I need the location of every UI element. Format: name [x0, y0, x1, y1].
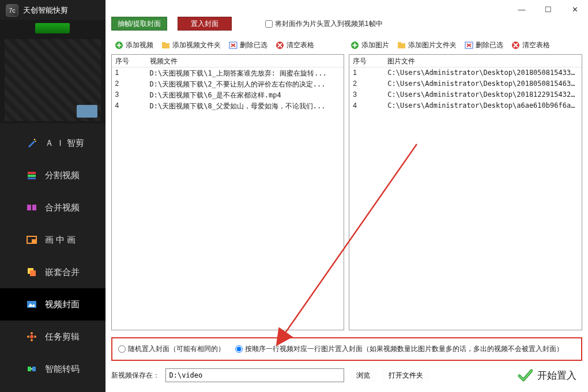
sidebar-item-label: 智能转码	[45, 364, 80, 375]
delete-selected-image-button[interactable]: 删除已选	[462, 39, 506, 51]
insert-first-frame-checkbox[interactable]: 将封面作为片头置入到视频第1帧中	[265, 19, 383, 29]
table-row[interactable]: 2C:\Users\Administrator\Desktop\20180508…	[349, 78, 582, 89]
svg-rect-22	[162, 42, 165, 44]
svg-point-15	[31, 339, 33, 341]
maximize-button[interactable]: ☐	[535, 0, 561, 18]
bottom-row: 新视频保存在： 浏览 打开文件夹 开始置入	[111, 367, 583, 392]
sidebar-preview	[0, 20, 105, 123]
sidebar-item-transcode[interactable]: 智能转码	[0, 353, 105, 385]
sequential-cover-radio[interactable]: 按顺序一行视频对应一行图片置入封面（如果视频数量比图片数量多的话，多出的视频不会…	[235, 344, 563, 354]
table-row[interactable]: 4C:\Users\Administrator\Desktop\a6ae610b…	[349, 100, 582, 111]
cell-file: C:\Users\Administrator\Desktop\201812291…	[384, 89, 582, 100]
cell-index: 1	[349, 67, 384, 78]
merge-icon	[27, 202, 37, 213]
table-row[interactable]: 3C:\Users\Administrator\Desktop\20181229…	[349, 89, 582, 100]
image-icon	[27, 299, 37, 310]
sidebar-item-ai-clip[interactable]: Ａ Ｉ 智剪	[0, 127, 105, 159]
app-logo-icon: 7c	[6, 4, 18, 17]
cell-file: D:\天图视频下载\2_不要让别人的评价左右你的决定...	[146, 78, 344, 89]
sidebar-item-nested-merge[interactable]: 嵌套合并	[0, 256, 105, 288]
add-icon	[115, 41, 123, 50]
image-col-index: 序号	[349, 55, 384, 67]
video-table-body[interactable]: 1D:\天图视频下载\1_上期答案谁先放弃: 闺蜜在旋转...2D:\天图视频下…	[112, 67, 344, 330]
sidebar-item-video-cover[interactable]: 视频封面	[0, 288, 105, 321]
svg-rect-8	[32, 239, 36, 243]
delete-icon	[229, 41, 238, 50]
svg-rect-6	[32, 205, 36, 210]
cell-index: 4	[112, 100, 146, 111]
cell-file: D:\天图视频下载\8_父爱如山，母爱如海，不论我们...	[146, 100, 344, 111]
svg-point-13	[30, 335, 33, 338]
table-row[interactable]: 1D:\天图视频下载\1_上期答案谁先放弃: 闺蜜在旋转...	[112, 67, 344, 78]
cell-index: 4	[349, 100, 384, 111]
sidebar-item-merge-video[interactable]: 合并视频	[0, 191, 105, 224]
open-folder-button[interactable]: 打开文件夹	[382, 368, 429, 382]
image-table: 序号 图片文件 1C:\Users\Administrator\Desktop\…	[349, 54, 582, 330]
table-row[interactable]: 2D:\天图视频下载\2_不要让别人的评价左右你的决定...	[112, 78, 344, 89]
sidebar-item-task-clip[interactable]: 任务剪辑	[0, 321, 105, 353]
browse-button[interactable]: 浏览	[350, 368, 376, 382]
toolbar-row: 添加视频 添加视频文件夹 删除已选 清空表格 添加图片 添加图片文件夹 删除已选…	[111, 37, 583, 53]
sequential-cover-radio-input[interactable]	[235, 345, 243, 353]
clear-icon	[276, 41, 284, 50]
add-video-button[interactable]: 添加视频	[112, 39, 156, 51]
clear-video-table-button[interactable]: 清空表格	[273, 39, 316, 51]
table-row[interactable]: 4D:\天图视频下载\8_父爱如山，母爱如海，不论我们...	[112, 100, 344, 111]
radio-label: 随机置入封面（可能有相同的）	[128, 344, 225, 354]
svg-rect-4	[28, 178, 36, 179]
insert-cover-button[interactable]: 置入封面	[178, 17, 232, 31]
titlebar: 7c 天创智能快剪	[0, 0, 105, 18]
clear-image-table-button[interactable]: 清空表格	[509, 39, 552, 51]
sidebar-item-pip[interactable]: 画 中 画	[0, 224, 105, 256]
wand-icon	[27, 138, 37, 148]
clear-icon	[511, 41, 520, 50]
start-insert-button[interactable]: 开始置入	[512, 367, 582, 384]
sidebar-item-label: 分割视频	[45, 170, 80, 181]
stack-icon	[27, 170, 37, 180]
tables-row: 序号 视频文件 1D:\天图视频下载\1_上期答案谁先放弃: 闺蜜在旋转...2…	[111, 54, 583, 330]
add-image-folder-button[interactable]: 添加图片文件夹	[395, 39, 459, 51]
delete-selected-video-button[interactable]: 删除已选	[227, 39, 270, 51]
table-row[interactable]: 1C:\Users\Administrator\Desktop\20180508…	[349, 67, 582, 78]
svg-rect-27	[398, 42, 401, 44]
delete-icon	[465, 41, 473, 50]
app-title: 天创智能快剪	[23, 5, 68, 16]
save-path-input[interactable]	[165, 368, 344, 382]
video-toolbar: 添加视频 添加视频文件夹 删除已选 清空表格	[111, 37, 346, 53]
table-row[interactable]: 3D:\天图视频下载\6_是不在家都这样.mp4	[112, 89, 344, 100]
svg-point-16	[27, 336, 29, 338]
random-cover-radio[interactable]: 随机置入封面（可能有相同的）	[118, 344, 225, 354]
extract-frame-button[interactable]: 抽帧/提取封面	[111, 17, 167, 31]
svg-rect-5	[27, 205, 31, 210]
sidebar-item-label: 嵌套合并	[45, 267, 80, 278]
add-video-folder-button[interactable]: 添加视频文件夹	[159, 39, 223, 51]
save-path-label: 新视频保存在：	[111, 371, 160, 380]
cell-index: 2	[349, 78, 384, 89]
svg-rect-10	[30, 270, 36, 276]
minimize-button[interactable]: —	[508, 0, 535, 18]
svg-point-14	[31, 332, 33, 334]
cell-index: 1	[112, 67, 146, 78]
close-button[interactable]: ✕	[561, 0, 588, 18]
folder-icon	[397, 41, 406, 50]
cell-file: C:\Users\Administrator\Desktop\a6ae610b9…	[384, 100, 582, 111]
convert-icon	[27, 364, 37, 374]
sidebar-nav: Ａ Ｉ 智剪 分割视频 合并视频 画 中 画 嵌套合并 视频封面	[0, 127, 105, 385]
sidebar-item-split-video[interactable]: 分割视频	[0, 159, 105, 191]
svg-point-0	[34, 139, 36, 141]
cell-index: 3	[112, 89, 146, 100]
insert-first-frame-checkbox-input[interactable]	[265, 20, 273, 28]
video-col-file: 视频文件	[146, 55, 344, 67]
image-table-body[interactable]: 1C:\Users\Administrator\Desktop\20180508…	[349, 67, 582, 330]
svg-rect-18	[28, 367, 31, 371]
pip-icon	[27, 235, 37, 245]
layers-icon	[27, 267, 37, 277]
random-cover-radio-input[interactable]	[118, 345, 126, 353]
image-toolbar: 添加图片 添加图片文件夹 删除已选 清空表格	[347, 37, 582, 53]
main-panel: — ☐ ✕ 抽帧/提取封面 置入封面 将封面作为片头置入到视频第1帧中 添加视频…	[105, 0, 589, 392]
cell-index: 2	[112, 78, 146, 89]
svg-rect-2	[28, 172, 36, 174]
sidebar: 7c 天创智能快剪 Ａ Ｉ 智剪 分割视频 合并视频 画 中 画	[0, 0, 105, 392]
svg-point-1	[35, 141, 36, 142]
add-image-button[interactable]: 添加图片	[348, 39, 391, 51]
